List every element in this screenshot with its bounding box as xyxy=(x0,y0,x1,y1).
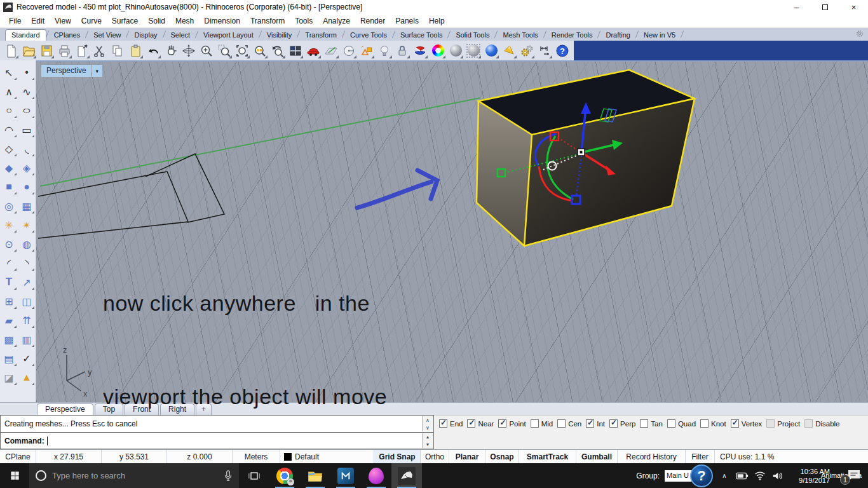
sidebar-tool-mirror[interactable]: ◫ xyxy=(18,293,35,309)
sidebar-tool-surface-from-points[interactable]: ◆ xyxy=(1,159,17,176)
sidebar-tool-control-point-curve[interactable]: ∿ xyxy=(18,83,35,100)
menu-tools[interactable]: Tools xyxy=(290,15,318,27)
toolbar-button-undo[interactable] xyxy=(146,43,161,58)
osnap-point[interactable]: Point xyxy=(498,419,526,428)
toolbar-button-cplane[interactable] xyxy=(323,43,339,58)
menu-edit[interactable]: Edit xyxy=(26,15,50,27)
toolbar-button-save[interactable] xyxy=(39,43,54,58)
menu-render[interactable]: Render xyxy=(355,15,390,27)
close-button[interactable]: × xyxy=(839,0,868,14)
toolbar-button-zoom-window[interactable] xyxy=(217,43,232,58)
osnap-quad[interactable]: Quad xyxy=(667,419,696,428)
selected-box[interactable] xyxy=(477,70,695,246)
toolbar-tab-render-tools[interactable]: Render Tools xyxy=(546,30,599,41)
sidebar-tool-select-cursor[interactable]: ↖ xyxy=(1,64,17,81)
menu-panels[interactable]: Panels xyxy=(390,15,424,27)
command-history-scrollbar[interactable]: ∧ ∨ xyxy=(422,416,433,431)
toolbar-tab-display[interactable]: Display xyxy=(128,30,163,41)
sidebar-tool-curve-boolean[interactable]: ⊙ xyxy=(1,236,17,252)
sidebar-tool-surface-from-curves[interactable]: ◈ xyxy=(18,159,35,176)
toolbar-button-set-view[interactable] xyxy=(341,43,356,58)
scroll-down-icon[interactable]: ∨ xyxy=(426,425,430,431)
menu-dimension[interactable]: Dimension xyxy=(199,15,245,27)
osnap-vertex[interactable]: Vertex xyxy=(731,419,763,428)
osnap-near[interactable]: Near xyxy=(467,419,494,428)
toolbar-button-help[interactable]: ? xyxy=(555,43,570,58)
sidebar-tool-pyramid[interactable]: ▲ xyxy=(18,369,35,386)
maximize-button[interactable] xyxy=(811,0,839,14)
sidebar-tool-text-object[interactable]: T xyxy=(1,274,17,290)
sidebar-tool-box[interactable]: ■ xyxy=(1,179,17,195)
toolbar-button-four-viewports[interactable] xyxy=(288,43,303,58)
sidebar-tool-rectangle[interactable]: ▭ xyxy=(18,121,35,138)
toolbar-button-print[interactable] xyxy=(57,43,72,58)
sidebar-tool-blend-curves[interactable]: ◝ xyxy=(18,255,35,271)
status-smarttrack[interactable]: SmartTrack xyxy=(519,450,576,463)
sidebar-tool-check-objects[interactable]: ✓ xyxy=(18,350,35,367)
sidebar-tool-torus[interactable]: ◎ xyxy=(1,198,17,214)
sidebar-tool-extrude-solid[interactable]: ▰ xyxy=(1,312,17,329)
viewport-title-label[interactable]: Perspective xyxy=(41,65,92,77)
toolbar-button-zoom-selected[interactable] xyxy=(252,43,268,58)
toolbar-button-spotlight[interactable] xyxy=(501,43,517,58)
status-gumball[interactable]: Gumball xyxy=(576,450,618,463)
toolbar-button-lock[interactable] xyxy=(395,43,410,58)
toolbar-tab-standard[interactable]: Standard xyxy=(5,29,46,41)
sidebar-tool-arc[interactable]: ◠ xyxy=(1,121,17,138)
sidebar-tool-single-point[interactable]: • xyxy=(18,64,35,81)
toolbar-button-rotate-view[interactable] xyxy=(181,43,196,58)
group-overlay-value[interactable]: Main U xyxy=(665,470,693,482)
sidebar-tool-fillet-curves[interactable]: ◜ xyxy=(1,255,17,271)
osnap-mid[interactable]: Mid xyxy=(531,419,553,428)
minimize-button[interactable]: – xyxy=(782,0,811,14)
toolbar-button-color-wheel[interactable] xyxy=(430,43,445,58)
toolbar-button-export[interactable] xyxy=(74,43,90,58)
sidebar-tool-array[interactable]: ▩ xyxy=(1,331,17,348)
tray-chevron-icon[interactable]: ∧ xyxy=(718,472,731,479)
sidebar-tool-curve-fillet[interactable]: ◟ xyxy=(18,140,35,157)
status-cpu-use-1-1[interactable]: CPU use: 1.1 % xyxy=(715,450,868,463)
toolbar-tab-curve-tools[interactable]: Curve Tools xyxy=(344,30,393,41)
osnap-end[interactable]: End xyxy=(439,419,463,428)
sidebar-tool-extrude-straight[interactable]: ⇈ xyxy=(18,312,35,329)
osnap-tan[interactable]: Tan xyxy=(640,419,663,428)
menu-view[interactable]: View xyxy=(50,15,76,27)
viewport-tab-perspective[interactable]: Perspective xyxy=(37,403,93,415)
toolbar-tab-mesh-tools[interactable]: Mesh Tools xyxy=(497,30,543,41)
menu-surface[interactable]: Surface xyxy=(107,15,143,27)
status-osnap[interactable]: Osnap xyxy=(485,450,519,463)
toolbar-tab-cplanes[interactable]: CPlanes xyxy=(48,30,86,41)
toolbar-button-open-file[interactable] xyxy=(21,43,36,58)
toolbar-button-cut[interactable] xyxy=(92,43,107,58)
menu-curve[interactable]: Curve xyxy=(76,15,107,27)
sidebar-tool-explode[interactable]: ✳ xyxy=(1,217,17,233)
sidebar-tool-layers[interactable]: ▤ xyxy=(1,350,17,367)
spin-down-icon[interactable]: ▾ xyxy=(426,442,429,447)
status-planar[interactable]: Planar xyxy=(449,450,485,463)
toolbar-button-car[interactable] xyxy=(306,43,321,58)
status-cplane[interactable]: CPlane xyxy=(0,450,36,463)
toolbar-tab-set-view[interactable]: Set View xyxy=(88,30,126,41)
menu-mesh[interactable]: Mesh xyxy=(170,15,199,27)
battery-icon[interactable] xyxy=(736,471,749,480)
taskbar-app-rhino[interactable] xyxy=(391,463,422,488)
viewport-title-dropdown-icon[interactable]: ▾ xyxy=(92,65,102,77)
menu-analyze[interactable]: Analyze xyxy=(318,15,355,27)
toolbar-tab-drafting[interactable]: Drafting xyxy=(600,30,636,41)
menu-transform[interactable]: Transform xyxy=(245,15,290,27)
sidebar-tool-point-cloud[interactable]: ◍ xyxy=(18,236,35,252)
start-button[interactable] xyxy=(0,463,29,488)
toolbar-tab-visibility[interactable]: Visibility xyxy=(261,30,298,41)
sidebar-tool-ellipse[interactable]: ○ xyxy=(18,102,35,119)
toolbar-tab-select[interactable]: Select xyxy=(165,30,196,41)
osnap-perp[interactable]: Perp xyxy=(609,419,635,428)
toolbar-tab-transform[interactable]: Transform xyxy=(299,30,342,41)
sidebar-tool-polygon[interactable]: ◇ xyxy=(1,140,17,157)
toolbar-tab-new-in-v5[interactable]: New in V5 xyxy=(638,30,681,41)
notification-area[interactable]: Animation La 1 xyxy=(835,463,865,488)
osnap-cen[interactable]: Cen xyxy=(557,419,581,428)
toolbar-button-zoom-dynamic[interactable] xyxy=(199,43,214,58)
spin-up-icon[interactable]: ▴ xyxy=(426,434,429,440)
status-ortho[interactable]: Ortho xyxy=(421,450,449,463)
toolbar-button-copy[interactable] xyxy=(110,43,125,58)
